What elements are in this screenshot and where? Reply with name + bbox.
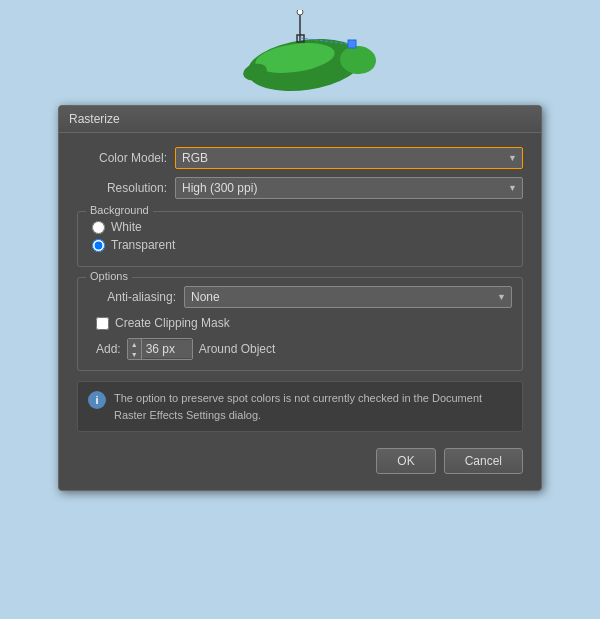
info-bar: i The option to preserve spot colors is …: [77, 381, 523, 432]
resolution-row: Resolution: High (300 ppi): [77, 177, 523, 199]
color-model-select-wrapper: RGB: [175, 147, 523, 169]
white-radio-row: White: [88, 220, 512, 234]
clipping-mask-checkbox[interactable]: [96, 317, 109, 330]
buttons-row: OK Cancel: [77, 444, 523, 476]
white-radio[interactable]: [92, 221, 105, 234]
color-model-row: Color Model: RGB: [77, 147, 523, 169]
svg-point-1: [297, 10, 303, 15]
transparent-radio-row: Transparent: [88, 238, 512, 252]
info-text: The option to preserve spot colors is no…: [114, 390, 512, 423]
antialiasing-row: Anti-aliasing: None: [88, 286, 512, 308]
add-row: Add: ▲ ▼ Around Object: [88, 338, 512, 360]
white-radio-label[interactable]: White: [111, 220, 142, 234]
color-model-select[interactable]: RGB: [175, 147, 523, 169]
dialog-titlebar: Rasterize: [59, 106, 541, 133]
transparent-radio-label[interactable]: Transparent: [111, 238, 175, 252]
resolution-select-wrapper: High (300 ppi): [175, 177, 523, 199]
resolution-label: Resolution:: [77, 181, 167, 195]
svg-rect-6: [348, 40, 356, 48]
antialiasing-select-wrapper: None: [184, 286, 512, 308]
add-spinner[interactable]: ▲ ▼: [127, 338, 193, 360]
resolution-select[interactable]: High (300 ppi): [175, 177, 523, 199]
illustration-area: [0, 0, 600, 110]
rasterize-dialog: Rasterize Color Model: RGB Resolution: H…: [58, 105, 542, 491]
add-value-input[interactable]: [142, 340, 192, 358]
clipping-mask-label[interactable]: Create Clipping Mask: [115, 316, 230, 330]
add-label: Add:: [96, 342, 121, 356]
spinner-down-button[interactable]: ▼: [128, 349, 141, 359]
ok-button[interactable]: OK: [376, 448, 435, 474]
options-group: Options Anti-aliasing: None Create Clipp…: [77, 277, 523, 371]
mouse-illustration: [200, 10, 400, 100]
spinner-up-button[interactable]: ▲: [128, 339, 141, 349]
color-model-label: Color Model:: [77, 151, 167, 165]
transparent-radio[interactable]: [92, 239, 105, 252]
antialiasing-select[interactable]: None: [184, 286, 512, 308]
clipping-mask-row: Create Clipping Mask: [88, 316, 512, 330]
options-group-title: Options: [86, 270, 132, 282]
background-group-title: Background: [86, 204, 153, 216]
dialog-content: Color Model: RGB Resolution: High (300 p…: [59, 133, 541, 490]
dialog-title: Rasterize: [69, 112, 120, 126]
around-object-label: Around Object: [199, 342, 276, 356]
antialiasing-label: Anti-aliasing:: [88, 290, 176, 304]
spinner-arrows[interactable]: ▲ ▼: [128, 339, 142, 359]
cancel-button[interactable]: Cancel: [444, 448, 523, 474]
background-group: Background White Transparent: [77, 211, 523, 267]
info-icon: i: [88, 391, 106, 409]
